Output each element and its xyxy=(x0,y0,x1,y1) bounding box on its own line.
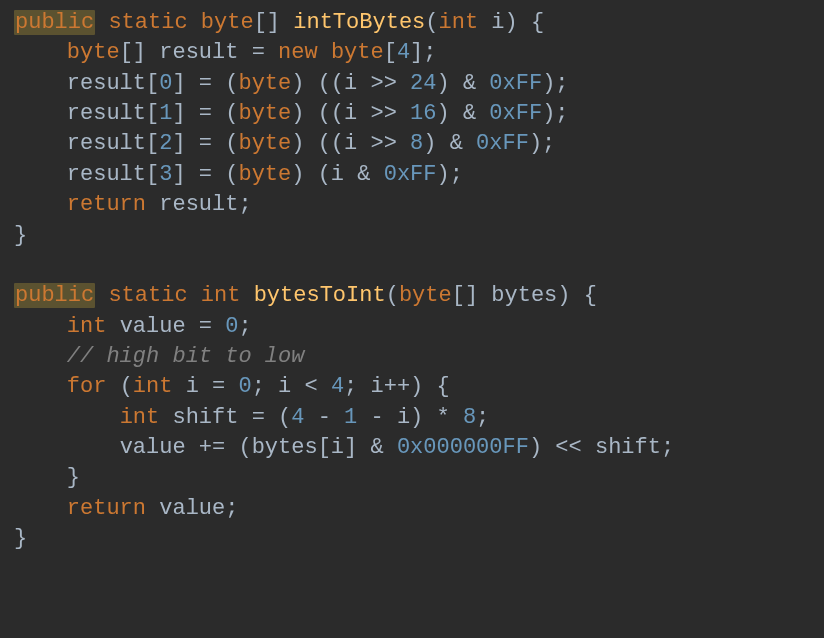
code-token: value xyxy=(120,435,199,460)
code-token: [ xyxy=(146,71,159,96)
code-token: 4 xyxy=(291,405,304,430)
code-line: public static int bytesToInt(byte[] byte… xyxy=(14,283,597,308)
code-token: [ xyxy=(146,131,159,156)
code-token: byte xyxy=(238,162,291,187)
code-line: int shift = (4 - 1 - i) * 8; xyxy=(14,405,489,430)
code-token xyxy=(14,314,67,339)
code-token: for xyxy=(67,374,120,399)
code-token: int xyxy=(201,283,254,308)
code-line: result[0] = (byte) ((i >> 24) & 0xFF); xyxy=(14,71,569,96)
code-token: 0x000000FF xyxy=(397,435,529,460)
code-token: new xyxy=(278,40,331,65)
code-token: - i) * xyxy=(357,405,463,430)
code-line: } xyxy=(14,465,80,490)
code-line: } xyxy=(14,223,27,248)
code-token xyxy=(95,10,108,35)
code-line: value += (bytes[i] & 0x000000FF) << shif… xyxy=(14,435,674,460)
code-token: int xyxy=(439,10,492,35)
code-token xyxy=(14,192,67,217)
code-token: = xyxy=(199,314,225,339)
code-token: byte xyxy=(399,283,452,308)
code-token: byte xyxy=(201,10,254,35)
code-token: 0 xyxy=(159,71,172,96)
code-token: 0xFF xyxy=(384,162,437,187)
code-token: // high bit to low xyxy=(67,344,305,369)
code-line: byte[] result = new byte[4]; xyxy=(14,40,437,65)
code-token: ]; xyxy=(410,40,436,65)
code-token: 8 xyxy=(410,131,423,156)
code-token: 1 xyxy=(159,101,172,126)
code-token: ( xyxy=(425,10,438,35)
code-token: ) ((i >> xyxy=(291,71,410,96)
code-line: result[3] = (byte) (i & 0xFF); xyxy=(14,162,463,187)
code-token: byte xyxy=(238,71,291,96)
code-token: } xyxy=(14,223,27,248)
code-token: 0 xyxy=(225,314,238,339)
code-token: } xyxy=(14,526,27,551)
code-line: for (int i = 0; i < 4; i++) { xyxy=(14,374,450,399)
code-token: return xyxy=(67,496,159,521)
code-token: 16 xyxy=(410,101,436,126)
code-token: [ xyxy=(146,162,159,187)
code-token: i xyxy=(186,374,212,399)
code-token: ) & xyxy=(423,131,476,156)
code-token xyxy=(14,40,67,65)
code-line: return value; xyxy=(14,496,238,521)
code-token: ); xyxy=(529,131,555,156)
code-token: [] xyxy=(120,40,160,65)
code-token: 4 xyxy=(397,40,410,65)
code-token: ( xyxy=(386,283,399,308)
code-token: 2 xyxy=(159,131,172,156)
code-token: 24 xyxy=(410,71,436,96)
code-token: = xyxy=(212,374,238,399)
code-token: ) << shift; xyxy=(529,435,674,460)
code-token: int xyxy=(133,374,186,399)
code-token: ] = ( xyxy=(172,71,238,96)
code-token: static xyxy=(108,10,200,35)
code-token: result xyxy=(67,71,146,96)
code-token: public xyxy=(14,10,95,35)
code-token xyxy=(14,131,67,156)
code-token: ) & xyxy=(437,71,490,96)
code-token: ) & xyxy=(437,101,490,126)
code-token: [ xyxy=(384,40,397,65)
code-token: result xyxy=(67,162,146,187)
code-token: ) ((i >> xyxy=(291,131,410,156)
code-line: result[1] = (byte) ((i >> 16) & 0xFF); xyxy=(14,101,569,126)
code-token: = ( xyxy=(252,405,292,430)
code-token: int xyxy=(120,405,173,430)
code-token: ] = ( xyxy=(172,162,238,187)
code-token xyxy=(95,283,108,308)
code-token: - xyxy=(304,405,344,430)
code-token: 0xFF xyxy=(476,131,529,156)
code-token: ) { xyxy=(557,283,597,308)
code-token: int xyxy=(67,314,120,339)
code-token: 1 xyxy=(344,405,357,430)
code-line: return result; xyxy=(14,192,252,217)
code-token: result xyxy=(159,192,238,217)
code-token: value xyxy=(120,314,199,339)
code-token: 4 xyxy=(331,374,344,399)
code-token: ); xyxy=(542,71,568,96)
code-token: ] = ( xyxy=(172,101,238,126)
code-line: } xyxy=(14,526,27,551)
code-token: return xyxy=(67,192,159,217)
code-token xyxy=(14,405,120,430)
code-token: [] xyxy=(452,283,492,308)
code-token: += (bytes[i] & xyxy=(199,435,397,460)
code-token: byte xyxy=(238,101,291,126)
code-token: public xyxy=(14,283,95,308)
code-token: ) (i & xyxy=(291,162,383,187)
code-token xyxy=(14,496,67,521)
code-token: ); xyxy=(542,101,568,126)
code-line: public static byte[] intToBytes(int i) { xyxy=(14,10,544,35)
code-token: ; xyxy=(238,192,251,217)
code-token: ; i < xyxy=(252,374,331,399)
code-token: ; i++) { xyxy=(344,374,450,399)
code-token: ( xyxy=(120,374,133,399)
code-token: bytes xyxy=(491,283,557,308)
code-token: intToBytes xyxy=(293,10,425,35)
code-token xyxy=(14,344,67,369)
code-token: i xyxy=(491,10,504,35)
code-token xyxy=(14,435,120,460)
